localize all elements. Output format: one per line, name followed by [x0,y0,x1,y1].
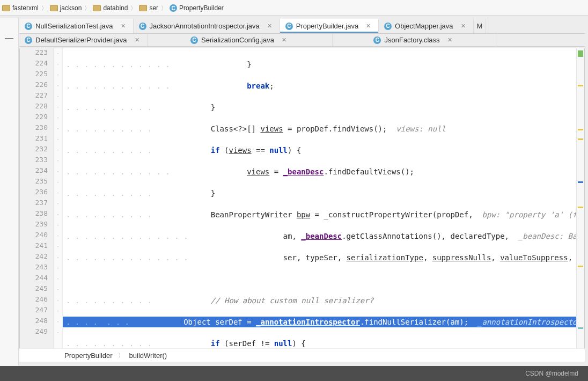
file-tab-partial[interactable]: M [474,19,487,33]
close-tab-icon[interactable]: ✕ [277,36,286,43]
close-tab-icon[interactable]: ✕ [130,36,139,43]
class-icon: C [25,23,32,30]
editor-tabs-row-1: CNullSerializationTest.java✕ CJacksonAnn… [19,19,585,34]
breadcrumb-class[interactable]: PropertyBuilder [64,351,113,360]
class-icon: C [139,23,146,30]
breadcrumb-item[interactable]: jackson [50,4,82,12]
breadcrumb-item[interactable]: ser [139,4,158,12]
breadcrumb-item[interactable]: fasterxml [2,4,39,12]
close-tab-icon[interactable]: ✕ [362,23,371,30]
error-stripe[interactable] [576,48,584,348]
chevron-right-icon: 〉 [40,4,48,12]
close-tab-icon[interactable]: ✕ [263,23,272,30]
class-icon: C [285,23,293,30]
status-bar: CSDN @modelmd [0,366,588,381]
code-area[interactable]: . . . . . . . . . . . . } . . . . . . . … [63,48,576,348]
class-icon: C [25,36,32,44]
class-icon: C [190,36,198,44]
close-tab-icon[interactable]: ✕ [443,36,452,43]
structure-breadcrumb[interactable]: PropertyBuilder 〉 buildWriter() [19,348,585,362]
hide-tool-window-button[interactable]: — [4,33,14,43]
close-tab-icon[interactable]: ✕ [116,23,126,30]
chevron-right-icon: 〉 [129,4,137,12]
close-tab-icon[interactable]: ✕ [457,23,466,30]
breadcrumb-method[interactable]: buildWriter() [129,351,167,360]
file-tab[interactable]: CNullSerializationTest.java✕ [19,19,134,33]
chevron-right-icon: 〉 [117,351,125,360]
path-breadcrumb: fasterxml 〉 jackson 〉 databind 〉 ser 〉 C… [0,0,588,16]
left-tool-gutter [0,18,19,366]
fold-gutter[interactable]: ··························· [54,48,63,348]
class-icon: C [373,36,381,44]
code-editor[interactable]: 2232242252262272282292302312322332342352… [19,48,585,349]
chevron-right-icon: 〉 [83,4,91,12]
highlighted-line: . . . . . . . Object serDef = _annotatio… [63,317,576,327]
file-tab[interactable]: CObjectMapper.java✕ [379,19,473,33]
breadcrumb-item[interactable]: databind [93,4,128,12]
file-tab[interactable]: CSerializationConfig.java✕ [148,34,333,46]
chevron-right-icon: 〉 [160,4,168,12]
class-icon: C [170,4,177,12]
file-tab-active[interactable]: CPropertyBuilder.java✕ [280,19,379,33]
line-number-gutter: 2232242252262272282292302312322332342352… [20,48,54,348]
breadcrumb-class[interactable]: CPropertyBuilder [170,4,224,12]
folder-icon [2,5,10,11]
file-tab[interactable]: CJsonFactory.class✕ [333,34,496,46]
class-icon: C [384,23,392,30]
watermark-text: CSDN @modelmd [525,370,578,377]
file-tab[interactable]: CDefaultSerializerProvider.java✕ [19,34,148,46]
folder-icon [139,5,147,11]
editor-tabs-row-2: CDefaultSerializerProvider.java✕ CSerial… [19,34,585,47]
folder-icon [93,5,101,11]
editor-tabs: CNullSerializationTest.java✕ CJacksonAnn… [19,19,585,47]
folder-icon [50,5,58,11]
file-tab[interactable]: CJacksonAnnotationIntrospector.java✕ [134,19,280,33]
